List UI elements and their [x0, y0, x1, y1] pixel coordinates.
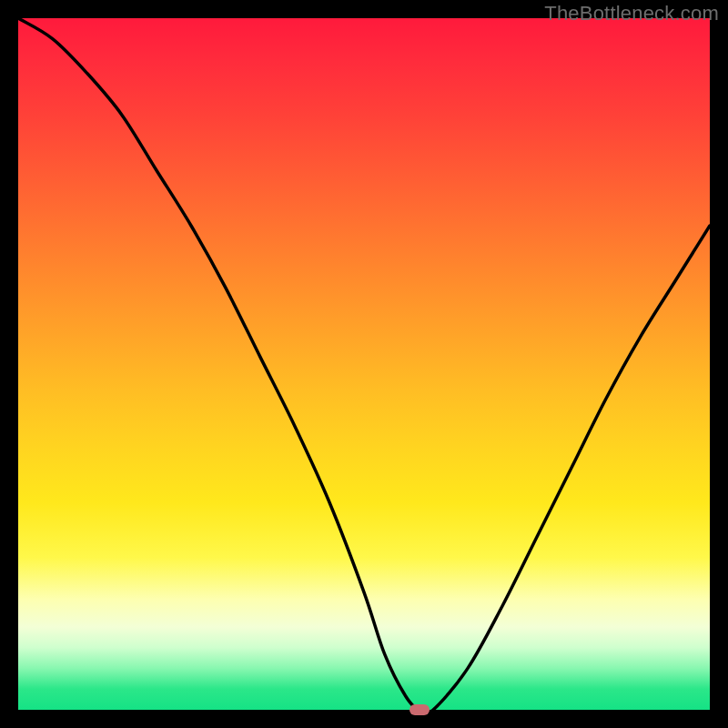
bottleneck-marker — [410, 704, 430, 715]
chart-frame: TheBottleneck.com — [0, 0, 728, 728]
watermark-text: TheBottleneck.com — [544, 2, 719, 25]
bottleneck-curve — [18, 18, 710, 710]
plot-area — [18, 18, 710, 710]
